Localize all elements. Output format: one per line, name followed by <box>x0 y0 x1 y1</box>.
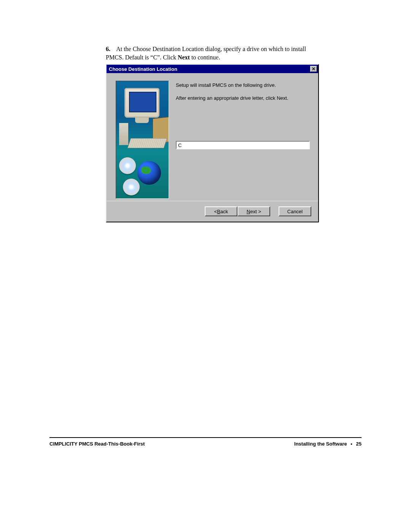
cd-icon <box>119 157 136 174</box>
footer-section: Installing the Software <box>294 441 347 447</box>
monitor-icon <box>124 88 159 118</box>
dialog-message-line2: After entering an appropriate drive lett… <box>176 94 311 102</box>
cancel-button[interactable]: Cancel <box>279 206 311 216</box>
dialog-body: Setup will install PMCS on the following… <box>107 73 318 222</box>
page-footer: CIMPLICITY PMCS Read-This-Book-First Ins… <box>49 441 362 447</box>
choose-destination-dialog: Choose Destination Location ✕ Setup will… <box>106 64 319 222</box>
back-underline: B <box>217 209 220 214</box>
dialog-titlebar[interactable]: Choose Destination Location ✕ <box>107 65 318 73</box>
back-button[interactable]: < Back <box>205 206 237 216</box>
next-underline: N <box>247 209 250 214</box>
dialog-message: Setup will install PMCS on the following… <box>176 81 311 107</box>
step-text-part2: to continue. <box>190 54 220 61</box>
installer-graphic <box>116 81 169 199</box>
pc-tower-icon <box>119 123 128 145</box>
keyboard-icon <box>127 138 167 148</box>
drive-letter-input[interactable] <box>176 141 310 149</box>
footer-page-number: 25 <box>356 441 362 447</box>
dialog-title: Choose Destination Location <box>109 66 310 72</box>
next-button[interactable]: Next > <box>237 206 270 216</box>
cd-icon <box>123 179 140 195</box>
next-suffix: ext > <box>250 209 261 214</box>
back-prefix: < <box>214 209 217 214</box>
footer-right: Installing the Software • 25 <box>294 441 362 447</box>
globe-icon <box>137 161 161 185</box>
footer-left: CIMPLICITY PMCS Read-This-Book-First <box>49 441 145 447</box>
close-icon[interactable]: ✕ <box>310 66 317 72</box>
step-text-bold: Next <box>178 54 190 61</box>
footer-rule <box>49 437 362 438</box>
dialog-button-row: < Back Next > Cancel <box>107 200 318 222</box>
step-number: 6. <box>106 45 115 53</box>
instruction-step: 6. At the Choose Destination Location di… <box>106 45 319 61</box>
document-page: 6. At the Choose Destination Location di… <box>0 0 411 532</box>
step-text: At the Choose Destination Location dialo… <box>106 46 306 61</box>
dialog-message-line1: Setup will install PMCS on the following… <box>176 81 311 89</box>
back-suffix: ack <box>220 209 228 214</box>
footer-dot: • <box>350 441 352 447</box>
monitor-stand-icon <box>135 118 149 123</box>
